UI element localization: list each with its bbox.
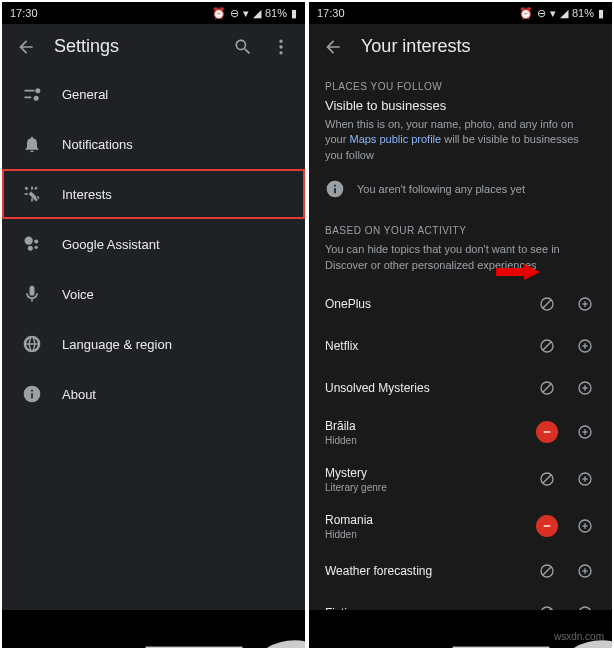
block-button[interactable]	[536, 468, 558, 490]
battery-text: 81%	[265, 7, 287, 19]
dnd-icon: ⊖	[230, 7, 239, 20]
topic-row[interactable]: Weather forecasting	[309, 550, 612, 592]
follow-button[interactable]	[574, 293, 596, 315]
status-icons: ⏰ ⊖ ▾ ◢ 81% ▮	[519, 7, 604, 20]
nav-bar	[2, 610, 305, 648]
visible-to-businesses-title: Visible to businesses	[309, 98, 612, 117]
follow-button[interactable]	[574, 602, 596, 610]
block-button[interactable]	[536, 377, 558, 399]
settings-item-voice[interactable]: Voice	[2, 269, 305, 319]
topic-name: Romania	[325, 513, 520, 527]
bell-icon	[22, 134, 42, 154]
annotation-arrow	[496, 264, 540, 280]
wifi-icon: ▾	[550, 7, 556, 20]
status-time: 17:30	[317, 7, 345, 19]
back-icon[interactable]	[16, 37, 36, 57]
wifi-icon: ▾	[243, 7, 249, 20]
settings-item-general[interactable]: General	[2, 69, 305, 119]
wand-icon	[22, 184, 42, 204]
topic-row[interactable]: RomaniaHidden	[309, 503, 612, 550]
follow-button[interactable]	[574, 377, 596, 399]
menu-item-label: Interests	[62, 187, 112, 202]
status-icons: ⏰ ⊖ ▾ ◢ 81% ▮	[212, 7, 297, 20]
activity-section-label: BASED ON YOUR ACTIVITY	[309, 213, 612, 242]
menu-item-label: General	[62, 87, 108, 102]
no-places-row: You aren't following any places yet	[309, 173, 612, 213]
menu-item-label: Google Assistant	[62, 237, 160, 252]
info-icon	[22, 384, 42, 404]
alarm-icon: ⏰	[212, 7, 226, 20]
back-icon[interactable]	[323, 37, 343, 57]
settings-item-google-assistant[interactable]: Google Assistant	[2, 219, 305, 269]
block-button[interactable]	[536, 602, 558, 610]
topic-subtitle: Literary genre	[325, 482, 520, 493]
block-button[interactable]	[536, 560, 558, 582]
settings-screen: 17:30 ⏰ ⊖ ▾ ◢ 81% ▮ Settings GeneralNoti…	[2, 2, 305, 648]
unhide-button[interactable]	[536, 421, 558, 443]
topic-row[interactable]: Unsolved Mysteries	[309, 367, 612, 409]
watermark: wsxdn.com	[554, 631, 604, 642]
page-title: Your interests	[361, 36, 598, 57]
topic-name: Brăila	[325, 419, 520, 433]
follow-button[interactable]	[574, 468, 596, 490]
sliders-icon	[22, 84, 42, 104]
block-button[interactable]	[536, 293, 558, 315]
signal-icon: ◢	[253, 7, 261, 20]
settings-list: GeneralNotificationsInterestsGoogle Assi…	[2, 69, 305, 610]
globe-icon	[22, 334, 42, 354]
nav-home-icon[interactable]	[145, 620, 163, 638]
dnd-icon: ⊖	[537, 7, 546, 20]
content-scroll[interactable]: PLACES YOU FOLLOW Visible to businesses …	[309, 69, 612, 610]
battery-icon: ▮	[598, 7, 604, 20]
places-section-label: PLACES YOU FOLLOW	[309, 69, 612, 98]
mic-icon	[22, 284, 42, 304]
settings-item-about[interactable]: About	[2, 369, 305, 419]
topic-row[interactable]: Netflix	[309, 325, 612, 367]
nav-recent-icon[interactable]	[44, 620, 62, 638]
interests-screen: 17:30 ⏰ ⊖ ▾ ◢ 81% ▮ Your interests PLACE…	[309, 2, 612, 648]
settings-item-language-region[interactable]: Language & region	[2, 319, 305, 369]
info-icon	[325, 179, 345, 199]
page-title: Settings	[54, 36, 215, 57]
topic-name: OnePlus	[325, 297, 520, 311]
menu-item-label: Voice	[62, 287, 94, 302]
more-icon[interactable]	[271, 37, 291, 57]
block-button[interactable]	[536, 335, 558, 357]
menu-item-label: Notifications	[62, 137, 133, 152]
visible-to-businesses-desc: When this is on, your name, photo, and a…	[309, 117, 612, 173]
activity-desc: You can hide topics that you don't want …	[309, 242, 612, 283]
follow-button[interactable]	[574, 560, 596, 582]
status-bar: 17:30 ⏰ ⊖ ▾ ◢ 81% ▮	[2, 2, 305, 24]
app-bar: Settings	[2, 24, 305, 69]
settings-item-interests[interactable]: Interests	[2, 169, 305, 219]
follow-button[interactable]	[574, 515, 596, 537]
topic-name: Unsolved Mysteries	[325, 381, 520, 395]
no-places-text: You aren't following any places yet	[357, 183, 525, 195]
settings-item-notifications[interactable]: Notifications	[2, 119, 305, 169]
maps-profile-link[interactable]: Maps public profile	[349, 133, 441, 145]
menu-item-label: About	[62, 387, 96, 402]
topic-subtitle: Hidden	[325, 435, 520, 446]
search-icon[interactable]	[233, 37, 253, 57]
topics-list: OnePlusNetflixUnsolved MysteriesBrăilaHi…	[309, 283, 612, 610]
battery-text: 81%	[572, 7, 594, 19]
topic-row[interactable]: Fiction	[309, 592, 612, 610]
battery-icon: ▮	[291, 7, 297, 20]
nav-home-icon[interactable]	[452, 620, 470, 638]
topic-row[interactable]: OnePlus	[309, 283, 612, 325]
signal-icon: ◢	[560, 7, 568, 20]
nav-bar	[309, 610, 612, 648]
topic-name: Weather forecasting	[325, 564, 520, 578]
follow-button[interactable]	[574, 335, 596, 357]
unhide-button[interactable]	[536, 515, 558, 537]
follow-button[interactable]	[574, 421, 596, 443]
topic-name: Mystery	[325, 466, 520, 480]
status-time: 17:30	[10, 7, 38, 19]
nav-recent-icon[interactable]	[351, 620, 369, 638]
topic-row[interactable]: MysteryLiterary genre	[309, 456, 612, 503]
topic-row[interactable]: BrăilaHidden	[309, 409, 612, 456]
nav-back-icon[interactable]	[246, 620, 264, 638]
topic-name: Netflix	[325, 339, 520, 353]
menu-item-label: Language & region	[62, 337, 172, 352]
topic-subtitle: Hidden	[325, 529, 520, 540]
